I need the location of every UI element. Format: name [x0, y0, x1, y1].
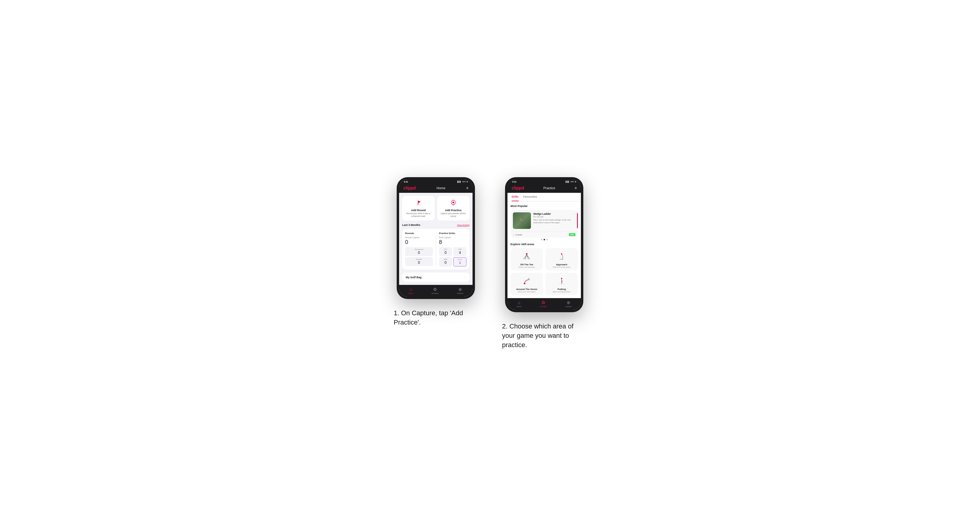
around-the-green-name: Around The Green [516, 288, 537, 290]
arg-box: ARG 0 [439, 257, 452, 267]
status-icons-2: ▌▌▌ WiFi ■ [566, 181, 576, 183]
ott-value: 0 [441, 251, 450, 255]
around-the-green-icon-area [521, 276, 533, 287]
status-time-2: 9:41 [512, 181, 517, 183]
nav-home-label-1: Home [408, 292, 413, 294]
featured-desc: Play 1 shot at each target yardage. If y… [533, 219, 576, 224]
header-title-1: Home [436, 186, 445, 190]
tab-drills[interactable]: Drills [512, 193, 519, 201]
nav-capture-1[interactable]: ⊕ Capture [457, 287, 463, 294]
add-round-card[interactable]: Add Round Record your shots in fast or e… [402, 196, 434, 221]
featured-subtitle: 50–100 yds [533, 216, 576, 218]
nav-capture-label-2: Capture [565, 306, 571, 307]
star-icon[interactable]: ☆ [573, 213, 576, 215]
add-round-icon [414, 199, 423, 207]
nav-home-label-2: Home [517, 306, 521, 307]
home-content: Add Round Record your shots in fast or e… [399, 193, 473, 285]
nav-activities-label-2: Activities [540, 306, 547, 307]
battery-icon-2: ■ [575, 181, 576, 183]
rounds-capture-value: 0 [405, 239, 433, 246]
header-title-2: Practice [543, 186, 555, 190]
view-activity-link[interactable]: View Activity [457, 224, 469, 227]
app-badge: APP [569, 233, 576, 236]
menu-icon-2[interactable]: ≡ [574, 186, 577, 190]
putting-desc: Make and lag practice [553, 291, 571, 293]
nav-home-2[interactable]: ⌂ Home [517, 300, 521, 307]
skill-card-putting[interactable]: Putting Make and lag practice [546, 273, 578, 295]
drills-col: Practice Drills Drills Capture 8 OTT 0 [439, 232, 467, 267]
approach-name: Approach [556, 263, 567, 266]
featured-card-inner: 🏌️ Wedge Ladder 50–100 yds Play 1 shot a… [511, 210, 578, 231]
shots-row: ○ 9 shots APP [511, 231, 578, 238]
svg-line-7 [525, 255, 527, 259]
putt-label: PUTT [455, 259, 465, 260]
explore-section: Explore skill areas [508, 243, 581, 298]
featured-card-wrapper[interactable]: 🏌️ Wedge Ladder 50–100 yds Play 1 shot a… [511, 210, 578, 238]
stats-columns: Rounds Rounds Capture 0 Tournament 0 [405, 232, 466, 267]
shots-icon: ○ [513, 234, 514, 236]
nav-home-1[interactable]: ⌂ Home [408, 287, 413, 294]
practice-value: 0 [407, 260, 431, 265]
around-the-green-svg [521, 276, 532, 286]
off-the-tee-desc: Power and accuracy [519, 266, 535, 268]
phone1-screen: 9:41 ▌▌▌ WiFi ■ clippd Home ≡ [399, 179, 473, 297]
add-round-desc: Record your shots in fast or enhanced mo… [404, 213, 432, 217]
svg-point-4 [452, 202, 454, 203]
activities-icon-1: ♻ [433, 287, 437, 292]
skill-card-approach[interactable]: Approach Dial-in to hit the green [546, 248, 578, 270]
tournament-value: 0 [407, 251, 431, 255]
dot-3 [546, 239, 548, 240]
golf-bag-row[interactable]: My Golf Bag › [402, 273, 469, 282]
tab-favourites[interactable]: Favourites [523, 193, 537, 201]
svg-line-8 [527, 255, 528, 259]
add-round-title: Add Round [411, 209, 426, 212]
last3months-title: Last 3 Months [402, 224, 420, 227]
bottom-nav-1: ⌂ Home ♻ Activities ⊕ Capture [399, 285, 473, 297]
activities-icon-2: ♻ [541, 300, 546, 305]
dot-2 [544, 239, 545, 240]
ott-box: OTT 0 [439, 247, 452, 256]
app-header-1: clippd Home ≡ [399, 184, 473, 193]
skill-card-around-the-green[interactable]: Around The Green Hone your short game [511, 273, 543, 295]
wifi-icon: WiFi [462, 181, 466, 183]
putting-name: Putting [557, 288, 566, 290]
menu-icon-1[interactable]: ≡ [466, 186, 468, 190]
rounds-capture-label: Rounds Capture [405, 237, 433, 238]
svg-point-10 [561, 253, 563, 255]
most-popular-title: Most Popular [511, 205, 578, 208]
svg-line-6 [523, 255, 527, 259]
ott-label: OTT [441, 248, 450, 250]
off-the-tee-icon-area [521, 251, 533, 262]
drills-col-title: Practice Drills [439, 232, 467, 235]
nav-activities-2[interactable]: ♻ Activities [540, 300, 547, 307]
capture-icon-2: ⊕ [567, 300, 570, 305]
capture-icon-1: ⊕ [458, 287, 462, 292]
shots-info: ○ 9 shots [513, 234, 522, 236]
stats-card: Rounds Rounds Capture 0 Tournament 0 [402, 229, 469, 270]
add-practice-title: Add Practice [445, 209, 461, 212]
wifi-icon-2: WiFi [570, 181, 574, 183]
rounds-col: Rounds Rounds Capture 0 Tournament 0 [405, 232, 433, 267]
home-icon-2: ⌂ [518, 300, 520, 305]
phone1-section: 9:41 ▌▌▌ WiFi ■ clippd Home ≡ [394, 177, 478, 327]
most-popular-section: Most Popular 🏌️ Wedge Ladder [508, 202, 581, 240]
drills-stat-grid: OTT 0 APP 4 ARG 0 [439, 247, 467, 267]
home-icon: ⌂ [409, 287, 412, 292]
app-label: APP [455, 248, 465, 250]
status-icons-1: ▌▌▌ WiFi ■ [458, 181, 468, 183]
status-bar-2: 9:41 ▌▌▌ WiFi ■ [508, 179, 581, 184]
drills-capture-value: 8 [439, 239, 467, 246]
featured-info: Wedge Ladder 50–100 yds Play 1 shot at e… [533, 213, 576, 229]
nav-activities-1[interactable]: ♻ Activities [431, 287, 439, 294]
explore-title: Explore skill areas [511, 243, 578, 246]
skill-card-off-the-tee[interactable]: Off The Tee Power and accuracy [511, 248, 543, 270]
nav-capture-2[interactable]: ⊕ Capture [565, 300, 571, 307]
status-bar-1: 9:41 ▌▌▌ WiFi ■ [399, 179, 473, 184]
svg-line-9 [527, 255, 530, 259]
tournament-box: Tournament 0 [405, 247, 433, 256]
status-time-1: 9:41 [404, 181, 408, 183]
svg-point-12 [524, 283, 525, 284]
nav-capture-label-1: Capture [457, 292, 463, 294]
phone2-section: 9:41 ▌▌▌ WiFi ■ clippd Practice ≡ [502, 177, 586, 349]
add-practice-card[interactable]: Add Practice Capture your practice off-t… [437, 196, 469, 221]
